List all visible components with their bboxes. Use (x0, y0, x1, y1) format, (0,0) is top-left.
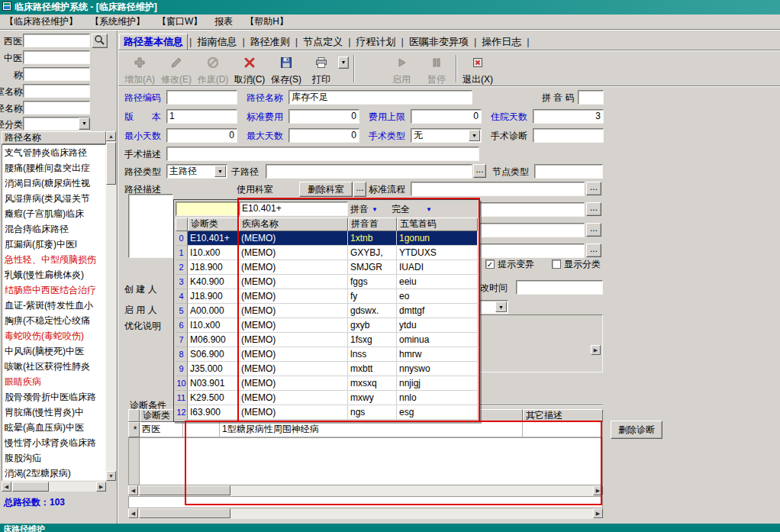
surgery-type-select[interactable]: 无 ▼ (411, 128, 482, 143)
max-days-field[interactable]: 0 (288, 128, 359, 143)
tcm-filter-field[interactable] (23, 50, 90, 64)
tab-guide-info[interactable]: 指南信息 (193, 34, 240, 50)
popup-row[interactable]: 5A00.000(MEMO)gdswx.dmttgf (176, 304, 479, 318)
modify-button[interactable]: 修改(E) (159, 53, 194, 85)
menu-item-clinical-path[interactable]: 【临床路径维护】 (5, 15, 78, 28)
enable-button[interactable]: 启用 (385, 53, 417, 85)
scroll-left-button[interactable]: ◀ (128, 508, 138, 518)
diagnosis-grid-area[interactable] (128, 437, 603, 485)
other-desc-cell[interactable] (523, 422, 603, 437)
optimize-scroll-right-button[interactable]: ▶ (591, 345, 601, 355)
menu-item-help[interactable]: 【帮助H】 (245, 15, 288, 28)
chevron-down-icon[interactable]: ▼ (495, 301, 507, 312)
tab-treatment-plan[interactable]: 疗程计划 (353, 34, 400, 50)
chevron-down-icon[interactable]: ▼ (469, 130, 480, 141)
node-type-field[interactable] (534, 164, 603, 179)
pathway-list-item[interactable]: 胃脘痛(慢性胃炎)中 (2, 405, 105, 420)
extra-more-button-1[interactable]: ... (586, 202, 601, 216)
exit-button[interactable]: 退出(X) (459, 53, 496, 85)
version-field[interactable]: 1 (166, 109, 237, 124)
western-med-filter-field[interactable] (23, 34, 90, 47)
extra-more-button-2[interactable]: ... (586, 223, 601, 237)
pathway-list-item[interactable]: 慢性肾小球肾炎临床路 (2, 435, 105, 450)
pathway-list-item[interactable]: 腰痛(腰椎间盘突出症 (2, 160, 105, 176)
hospital-days-field[interactable]: 3 (533, 109, 604, 124)
extra-field-1[interactable] (479, 202, 585, 217)
chevron-down-icon[interactable]: ▼ (372, 204, 378, 216)
delete-dept-button[interactable]: 删除科室 (299, 182, 353, 197)
lower-grid-area[interactable] (128, 496, 603, 508)
pathway-list-item[interactable]: 腹股沟疝 (2, 450, 105, 466)
void-button[interactable]: 作废(D) (195, 53, 230, 85)
popup-row[interactable]: 0E10.401+(MEMO)1xtnb1gonun (176, 231, 479, 246)
search-button[interactable] (92, 34, 108, 48)
scroll-up-button[interactable]: ▲ (106, 131, 116, 141)
vscroll-thumb[interactable] (106, 142, 116, 185)
popup-row[interactable]: 3K40.900(MEMO)fggseeiu (176, 275, 479, 289)
popup-row[interactable]: 11K29.500(MEMO)mxwynnlo (176, 391, 479, 405)
pathway-list-hscrollbar[interactable]: ◀ ▶ (2, 482, 106, 492)
pathway-list-item[interactable]: 咳嗽(社区获得性肺炎 (2, 359, 105, 374)
hscroll-thumb[interactable] (139, 508, 230, 518)
path-name-filter-field[interactable] (23, 101, 90, 114)
hint-variation-checkbox[interactable]: ✓ (485, 260, 495, 269)
scroll-right-button[interactable]: ▶ (593, 508, 603, 518)
pathway-list-item[interactable]: 眼睛疾病 (2, 374, 105, 389)
path-type-select[interactable]: 主路径 ▼ (166, 164, 227, 179)
diagnosis-type-cell[interactable]: 西医 (140, 422, 183, 437)
scroll-right-button[interactable]: ▶ (96, 482, 106, 492)
tab-basic-info[interactable]: 路径基本信息 (119, 34, 188, 50)
extra-field-2[interactable] (479, 223, 585, 237)
popup-row[interactable]: 7M06.900(MEMO)1fsxgominua (176, 333, 479, 347)
pathway-list-item[interactable]: 乳蛾(慢性扁桃体炎) (2, 267, 105, 282)
add-button[interactable]: 增加(A) (122, 53, 157, 85)
pathway-list-item[interactable]: 股骨颈骨折中医临床路 (2, 389, 105, 405)
menu-item-system[interactable]: 【系统维护】 (90, 15, 145, 28)
name-filter-field[interactable] (23, 67, 90, 81)
titlebar[interactable]: 临床路径维护系统 - [临床路径维护] (0, 0, 780, 15)
pathway-list-item[interactable]: 胸痹(不稳定性心绞痛 (2, 313, 105, 328)
pathway-list-item[interactable]: 癥瘕(子宫肌瘤)临床 (2, 206, 105, 221)
pathway-list-item[interactable]: 毒蛇咬伤(毒蛇咬伤) (2, 328, 105, 343)
pathway-list-item[interactable]: 消渴(2型糖尿病) (2, 466, 105, 481)
diagnosis-code-cell[interactable] (183, 422, 220, 437)
pathway-list-item[interactable]: 结肠癌中西医结合治疗 (2, 282, 105, 298)
scroll-left-button[interactable]: ◀ (128, 485, 138, 495)
surgery-desc-field[interactable] (166, 147, 479, 161)
popup-row[interactable]: 2J18.900(MEMO)SMJGRIUADI (176, 260, 479, 275)
tab-operation-log[interactable]: 操作日志 (478, 34, 525, 50)
pathway-list-item[interactable]: 消渴目病(糖尿病性视 (2, 176, 105, 191)
chevron-down-icon[interactable]: ▼ (426, 204, 432, 216)
pathway-list-item[interactable]: 急性轻、中型颅脑损伤 (2, 252, 105, 267)
hscroll-thumb[interactable] (139, 485, 230, 495)
print-dropdown-button[interactable]: ▼ (338, 56, 349, 69)
popup-row[interactable]: 6I10.x00(MEMO)gxybytdu (176, 318, 479, 333)
pathway-list-item[interactable]: 支气管肺炎临床路径 (2, 145, 105, 160)
pathway-list-item[interactable]: 风湿痹病(类风湿关节 (2, 191, 105, 206)
scroll-right-button[interactable]: ▶ (593, 485, 603, 495)
chevron-down-icon[interactable]: ▼ (214, 166, 226, 177)
std-flow-field[interactable] (411, 182, 585, 196)
popup-code-input[interactable] (176, 202, 239, 216)
popup-row[interactable]: 4J18.900(MEMO)fyeo (176, 289, 479, 304)
modify-time-field[interactable] (516, 280, 603, 295)
popup-row[interactable]: 8S06.900(MEMO)lnsshmrw (176, 347, 479, 362)
popup-row[interactable]: 1I10.x00(MEMO)GXYBJ,YTDUXS (176, 246, 479, 260)
tab-order-non-variation[interactable]: 医嘱非变异项 (405, 34, 472, 50)
pathway-list-item[interactable]: 血证-紫斑(特发性血小 (2, 298, 105, 313)
optimize-panel[interactable] (479, 314, 603, 372)
dept-name-filter-field[interactable] (23, 84, 90, 98)
hscroll-thumb[interactable] (12, 482, 49, 492)
std-flow-more-button[interactable]: ... (586, 182, 601, 195)
delete-diagnosis-button[interactable]: 删除诊断 (611, 421, 662, 439)
pathway-list-item[interactable]: 眩晕(高血压病)中医 (2, 420, 105, 435)
scroll-left-button[interactable]: ◀ (2, 482, 11, 492)
save-button[interactable]: 保存(S) (269, 53, 304, 85)
print-button[interactable]: 打印 (305, 53, 337, 85)
popup-row[interactable]: 9J35.000(MEMO)mxbttnnyswo (176, 362, 479, 376)
pathway-list-vscrollbar[interactable]: ▲ ▼ (106, 131, 116, 481)
diagnosis-hscrollbar[interactable]: ◀ ▶ (128, 485, 603, 496)
path-category-dropdown-button[interactable]: ▼ (79, 118, 90, 130)
path-code-field[interactable] (166, 90, 237, 105)
cancel-button[interactable]: 取消(C) (232, 53, 267, 85)
